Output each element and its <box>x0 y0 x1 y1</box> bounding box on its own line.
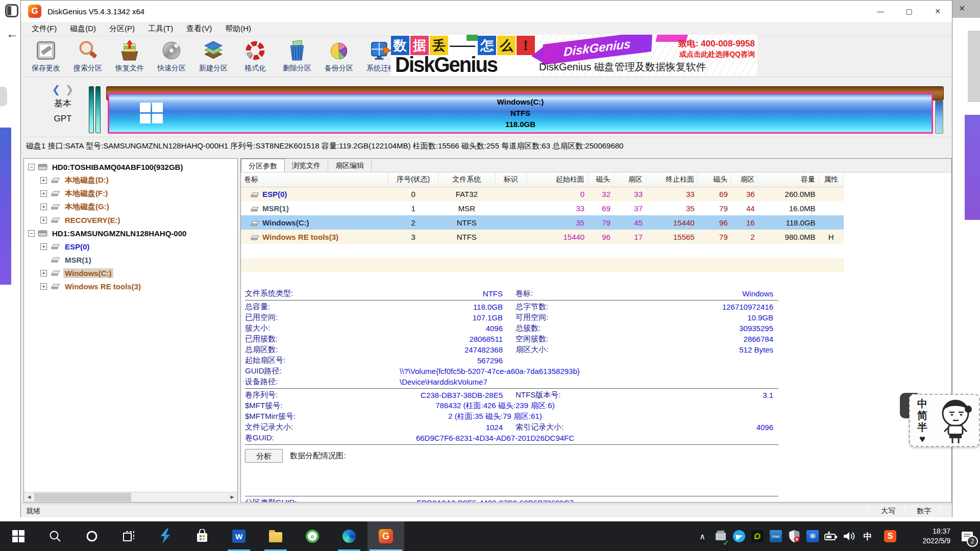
expand-toggle-icon[interactable]: + <box>40 283 47 290</box>
expand-toggle-icon[interactable]: + <box>40 190 47 197</box>
horizontal-scrollbar[interactable]: ◀ ▶ <box>24 492 237 502</box>
printer-tray-icon[interactable]: ✓ <box>712 521 730 551</box>
expand-toggle-icon[interactable]: + <box>40 204 47 210</box>
col-end-cylinder[interactable]: 终止柱面 <box>646 172 698 187</box>
volume-icon[interactable] <box>840 521 859 551</box>
format-button[interactable]: 格式化 <box>234 38 276 73</box>
start-button[interactable] <box>0 521 37 551</box>
collapse-toggle-icon[interactable]: − <box>28 164 35 170</box>
collapse-toggle-icon[interactable]: − <box>28 230 35 237</box>
tree-item-hd0[interactable]: − HD0:TOSHIBAMQ04ABF100(932GB) <box>24 160 237 173</box>
col-start-cylinder[interactable]: 起始柱面 <box>526 172 587 187</box>
table-row-windows-re[interactable]: Windows RE tools(3) 3 NTFS 15440 96 17 1… <box>241 230 844 244</box>
col-start-head[interactable]: 磁头 <box>587 172 614 187</box>
tree-item-windows-re[interactable]: + Windows RE tools(3) <box>24 280 237 293</box>
tree-item-windows-c[interactable]: + Windows(C:) <box>24 266 237 280</box>
taskbar-app-flash[interactable] <box>147 521 184 551</box>
tree-item-recovery-e[interactable]: + RECOVERY(E:) <box>24 213 237 227</box>
taskbar-app-edge[interactable] <box>331 521 368 551</box>
background-window-icon[interactable] <box>5 4 18 17</box>
menu-view[interactable]: 查看(V) <box>180 24 218 34</box>
expand-toggle-icon[interactable]: + <box>40 243 47 250</box>
taskbar-app-explorer[interactable] <box>257 521 294 551</box>
notification-center-button[interactable]: 2 <box>954 521 980 551</box>
table-row-windows-c-selected[interactable]: Windows(C:) 2 NTFS 35 79 45 15440 96 16 … <box>241 215 844 230</box>
menu-disk[interactable]: 磁盘(D) <box>63 24 103 34</box>
partition-bar-windows-re[interactable] <box>935 101 943 134</box>
col-capacity[interactable]: 容量 <box>758 172 819 187</box>
menu-partition[interactable]: 分区(P) <box>103 24 141 34</box>
title-bar[interactable]: G DiskGenius V5.4.3.1342 x64 — ▢ ✕ <box>21 1 952 22</box>
tree-item-local-f[interactable]: + 本地磁盘(F:) <box>24 187 237 200</box>
tab-partition-params[interactable]: 分区参数 <box>241 159 285 172</box>
taskbar-app-store[interactable] <box>184 521 220 551</box>
tree-item-esp[interactable]: + ESP(0) <box>24 240 237 253</box>
expand-toggle-icon[interactable]: + <box>40 177 47 184</box>
new-partition-button[interactable]: 新建分区 <box>192 38 234 73</box>
tab-sector-edit[interactable]: 扇区编辑 <box>328 159 372 172</box>
menu-help[interactable]: 帮助(H) <box>218 24 258 34</box>
banner-ad[interactable]: 数 据 丢 —— 怎 么 ！ DiskGenius 致电: 400-008-99… <box>391 35 757 76</box>
ime-floating-widget[interactable]: 中简半♥ <box>900 391 980 448</box>
taskbar-app-word[interactable]: W <box>220 521 257 551</box>
back-arrow-icon[interactable]: ← <box>6 27 18 41</box>
table-row-msr[interactable]: MSR(1) 1 MSR 33 69 37 35 79 44 16.0MB <box>241 201 844 215</box>
partition-bar-msr[interactable] <box>95 86 101 133</box>
col-end-sector[interactable]: 扇区 <box>731 172 758 187</box>
analyze-button[interactable]: 分析 <box>245 449 283 463</box>
taskbar-clock[interactable]: 18:37 2022/5/9 <box>903 527 950 546</box>
col-seq-status[interactable]: 序号(状态) <box>388 172 438 187</box>
quick-partition-button[interactable]: 快速分区 <box>151 38 192 73</box>
menu-file[interactable]: 文件(F) <box>25 24 63 34</box>
search-partition-button[interactable]: 搜索分区 <box>67 38 109 73</box>
tree-item-local-d[interactable]: + 本地磁盘(D:) <box>24 173 237 187</box>
col-attribute[interactable]: 属性 <box>819 172 844 187</box>
backup-partition-button[interactable]: 备份分区 <box>318 38 360 73</box>
expand-toggle-icon[interactable]: + <box>40 217 47 223</box>
ime-card[interactable]: 中简半♥ <box>909 394 980 447</box>
menu-tools[interactable]: 工具(T) <box>141 24 180 34</box>
snowflake-tray-icon[interactable]: ❄ <box>803 521 822 551</box>
expand-toggle-icon[interactable]: + <box>40 270 47 277</box>
sogou-icon[interactable]: S <box>881 521 899 551</box>
cell: NTFS <box>438 230 495 244</box>
col-start-sector[interactable]: 扇区 <box>614 172 646 187</box>
ime-language-indicator[interactable]: 中 <box>859 521 877 551</box>
tree-item-msr[interactable]: MSR(1) <box>24 253 237 266</box>
chevron-right-icon[interactable]: ❯ <box>65 84 74 95</box>
background-close-icon[interactable]: ✕ <box>952 0 980 18</box>
table-row-esp[interactable]: ESP(0) 0 FAT32 0 32 33 33 69 36 260.0MB <box>241 187 844 201</box>
task-view-button[interactable] <box>110 521 147 551</box>
banner-qq-link[interactable]: 或点击此处选择QQ咨询 <box>660 50 755 59</box>
scroll-right-icon[interactable]: ▶ <box>227 492 237 502</box>
recover-files-button[interactable]: 恢复文件 <box>109 38 151 73</box>
scroll-left-icon[interactable]: ◀ <box>24 492 34 502</box>
nvidia-icon[interactable] <box>748 521 767 551</box>
minimize-button[interactable]: — <box>866 1 895 22</box>
messenger-bird-icon[interactable] <box>730 521 748 551</box>
tree-item-local-g[interactable]: + 本地磁盘(G:) <box>24 200 237 213</box>
tree-item-hd1[interactable]: − HD1:SAMSUNGMZNLN128HAHQ-000 <box>24 227 237 240</box>
close-button[interactable]: ✕ <box>923 1 952 22</box>
chevron-left-icon[interactable]: ❮ <box>52 84 60 95</box>
delete-partition-button[interactable]: 删除分区 <box>276 38 318 73</box>
col-end-head[interactable]: 磁头 <box>698 172 731 187</box>
taskbar-app-browser360[interactable]: e <box>294 521 331 551</box>
tray-chevron-icon[interactable]: ∧ <box>693 521 712 551</box>
defender-shield-icon[interactable] <box>785 521 803 551</box>
power-battery-icon[interactable] <box>822 521 840 551</box>
scrollbar-thumb[interactable] <box>34 493 131 502</box>
taskbar-app-diskgenius[interactable]: G <box>368 521 404 551</box>
save-changes-button[interactable]: 保存更改 <box>25 38 67 73</box>
taskbar-search-button[interactable] <box>37 521 74 551</box>
col-tag[interactable]: 标识 <box>495 172 526 187</box>
backup-partition-icon <box>318 38 360 63</box>
partition-bar-esp[interactable] <box>89 86 94 133</box>
tab-browse-files[interactable]: 浏览文件 <box>285 159 328 172</box>
cortana-button[interactable] <box>74 521 110 551</box>
maximize-button[interactable]: ▢ <box>895 1 923 22</box>
intel-graphics-icon[interactable]: intel <box>767 521 785 551</box>
col-volume-label[interactable]: 卷标 <box>241 172 388 187</box>
partition-bar-windows-c[interactable]: Windows(C:) NTFS 118.0GB <box>108 93 933 134</box>
col-filesystem[interactable]: 文件系统 <box>438 172 495 187</box>
